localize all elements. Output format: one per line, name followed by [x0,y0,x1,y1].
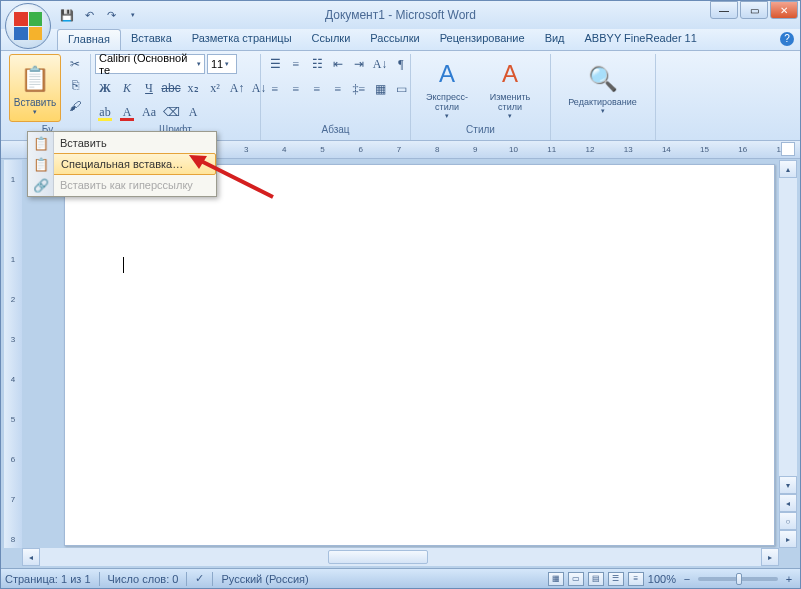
view-draft[interactable]: ≡ [628,572,644,586]
document-page[interactable] [64,164,775,546]
copy-button[interactable]: ⎘ [65,75,85,95]
align-center-button[interactable]: ≡ [286,79,306,99]
scroll-right-button[interactable]: ▸ [761,548,779,566]
numbering-button[interactable]: ≡ [286,54,306,74]
multilevel-button[interactable]: ☷ [307,54,327,74]
clipboard-icon: 📋 [33,136,53,151]
superscript-button[interactable]: x² [205,78,225,98]
paste-button[interactable]: 📋 Вставить ▾ [9,54,61,122]
scroll-down-button[interactable]: ▾ [779,476,797,494]
font-size-select[interactable]: 11▾ [207,54,237,74]
status-page[interactable]: Страница: 1 из 1 [5,573,91,585]
view-outline[interactable]: ☰ [608,572,624,586]
cut-button[interactable]: ✂ [65,54,85,74]
tab-references[interactable]: Ссылки [302,29,361,50]
view-print-layout[interactable]: ▦ [548,572,564,586]
tab-insert[interactable]: Вставка [121,29,182,50]
tab-page-layout[interactable]: Разметка страницы [182,29,302,50]
view-full-screen[interactable]: ▭ [568,572,584,586]
tab-home[interactable]: Главная [57,29,121,50]
styles-icon: A [431,58,463,90]
clear-format-button[interactable]: ⌫ [161,102,181,122]
tab-review[interactable]: Рецензирование [430,29,535,50]
zoom-percent[interactable]: 100% [648,573,676,585]
hyperlink-icon: 🔗 [33,178,53,193]
statusbar: Страница: 1 из 1 Число слов: 0 ✓ Русский… [1,568,800,588]
status-language[interactable]: Русский (Россия) [221,573,308,585]
font-color-button[interactable]: A [117,102,137,122]
shading-button[interactable]: ▦ [370,79,390,99]
status-words[interactable]: Число слов: 0 [108,573,179,585]
borders-button[interactable]: ▭ [391,79,411,99]
show-marks-button[interactable]: ¶ [391,54,411,74]
scroll-left-button[interactable]: ◂ [22,548,40,566]
save-icon[interactable]: 💾 [57,5,77,25]
zoom-thumb[interactable] [736,573,742,585]
ribbon-tabs: Главная Вставка Разметка страницы Ссылки… [1,29,800,51]
office-logo-icon [14,12,42,40]
clipboard-special-icon: 📋 [33,157,53,172]
next-page-button[interactable]: ▸ [779,530,797,548]
quick-styles-button[interactable]: A Экспресс-стили ▾ [415,54,479,122]
maximize-button[interactable]: ▭ [740,1,768,19]
scroll-up-button[interactable]: ▴ [779,160,797,178]
clipboard-icon: 📋 [19,63,51,95]
office-button[interactable] [5,3,51,49]
grow-font-button[interactable]: A↑ [227,78,247,98]
change-case-button[interactable]: Aa [139,102,159,122]
change-styles-icon: A [494,58,526,90]
font-name-select[interactable]: Calibri (Основной те▾ [95,54,205,74]
window-title: Документ1 - Microsoft Word [325,8,476,22]
underline-button[interactable]: Ч [139,78,159,98]
group-editing: 🔍 Редактирование ▾ [551,54,656,140]
scrollbar-vertical[interactable]: ▴ ▾ ◂ ○ ▸ [779,160,797,548]
prev-page-button[interactable]: ◂ [779,494,797,512]
view-web[interactable]: ▤ [588,572,604,586]
char-border-button[interactable]: A [183,102,203,122]
text-cursor [123,257,124,273]
group-font: Calibri (Основной те▾ 11▾ Ж К Ч abc x₂ x… [91,54,261,140]
status-proofing-icon[interactable]: ✓ [195,572,204,585]
decrease-indent-button[interactable]: ⇤ [328,54,348,74]
ruler-toggle[interactable] [781,142,795,156]
binoculars-icon: 🔍 [587,63,619,95]
menu-paste-hyperlink: 🔗 Вставить как гиперссылку [28,174,216,196]
group-styles: A Экспресс-стили ▾ A Изменить стили ▾ Ст… [411,54,551,140]
minimize-button[interactable]: — [710,1,738,19]
find-button[interactable]: 🔍 Редактирование ▾ [555,54,650,122]
close-button[interactable]: ✕ [770,1,798,19]
help-icon[interactable]: ? [780,32,794,46]
highlight-button[interactable]: ab [95,102,115,122]
browse-object-button[interactable]: ○ [779,512,797,530]
tab-view[interactable]: Вид [535,29,575,50]
tab-finereader[interactable]: ABBYY FineReader 11 [575,29,707,50]
tab-mailings[interactable]: Рассылки [360,29,429,50]
sort-button[interactable]: A↓ [370,54,390,74]
menu-paste[interactable]: 📋 Вставить [28,132,216,154]
menu-paste-special[interactable]: 📋 Специальная вставка… [28,153,216,175]
redo-icon[interactable]: ↷ [101,5,121,25]
line-spacing-button[interactable]: ‡≡ [349,79,369,99]
align-left-button[interactable]: ≡ [265,79,285,99]
scrollbar-horizontal[interactable]: ◂ ▸ [22,548,779,566]
titlebar: 💾 ↶ ↷ ▾ Документ1 - Microsoft Word — ▭ ✕ [1,1,800,29]
format-painter-button[interactable]: 🖌 [65,96,85,116]
zoom-out-button[interactable]: − [680,573,694,585]
increase-indent-button[interactable]: ⇥ [349,54,369,74]
justify-button[interactable]: ≡ [328,79,348,99]
scroll-thumb-horizontal[interactable] [328,550,428,564]
ruler-vertical[interactable]: 112345678 [4,160,22,548]
italic-button[interactable]: К [117,78,137,98]
strike-button[interactable]: abc [161,78,181,98]
zoom-slider[interactable] [698,577,778,581]
document-area: 112345678 ▴ ▾ ◂ ○ ▸ ◂ ▸ [4,160,797,566]
align-right-button[interactable]: ≡ [307,79,327,99]
paste-dropdown: 📋 Вставить 📋 Специальная вставка… 🔗 Вста… [27,131,217,197]
zoom-in-button[interactable]: + [782,573,796,585]
subscript-button[interactable]: x₂ [183,78,203,98]
qat-customize-icon[interactable]: ▾ [123,5,143,25]
undo-icon[interactable]: ↶ [79,5,99,25]
bold-button[interactable]: Ж [95,78,115,98]
change-styles-button[interactable]: A Изменить стили ▾ [481,54,539,122]
bullets-button[interactable]: ☰ [265,54,285,74]
